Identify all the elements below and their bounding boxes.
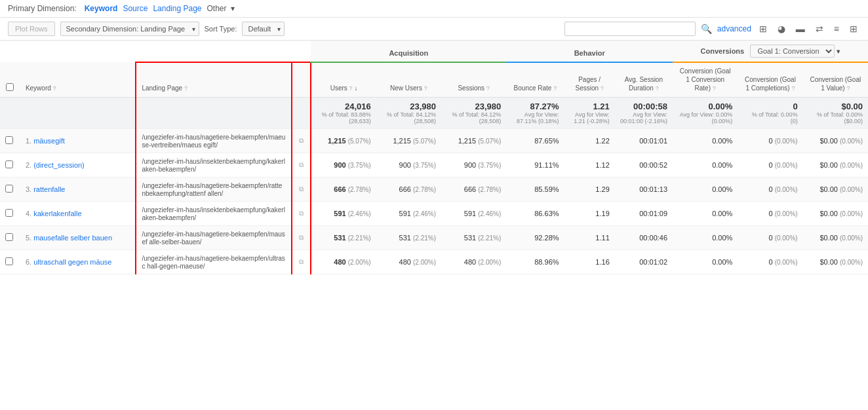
keyword-link-5[interactable]: ultraschall gegen mäuse	[33, 258, 111, 266]
copy-icon-1[interactable]: ⧉	[299, 161, 304, 168]
grid-view-button[interactable]: ⊞	[757, 22, 770, 35]
keyword-link-3[interactable]: kakerlakenfalle	[33, 210, 81, 217]
totals-bounce-rate-cell: 87.27% Avg for View: 87.11% (0.18%)	[506, 97, 564, 128]
search-input[interactable]	[564, 22, 696, 36]
row-landing-cell-2: /ungeziefer-im-haus/nagetiere-bekaempfen…	[136, 177, 291, 201]
table-row: 2. (direct_session) /ungeziefer-im-haus/…	[0, 153, 868, 177]
row-checkbox-5[interactable]	[5, 257, 13, 265]
totals-conversion-value-cell: $0.00 % of Total: 0.00% ($0.00)	[803, 97, 868, 128]
row-landing-icon-cell-2: ⧉	[292, 177, 311, 201]
keyword-link-4[interactable]: mausefalle selber bauen	[33, 234, 112, 242]
row-new-users-cell-1: 900 (3.75%)	[376, 153, 441, 177]
copy-icon-3[interactable]: ⧉	[299, 210, 304, 217]
nav-other-dropdown[interactable]: Other ▾	[207, 4, 237, 13]
landing-page-text-4: /ungeziefer-im-haus/nagetiere-bekaempfen…	[142, 231, 285, 246]
row-landing-icon-cell-3: ⧉	[292, 201, 311, 225]
row-sessions-cell-3: 591 (2.46%)	[441, 201, 506, 225]
new-users-header: New Users ?	[376, 62, 441, 97]
bar-chart-button[interactable]: ▬	[793, 22, 808, 35]
keyword-link-2[interactable]: rattenfalle	[33, 185, 65, 193]
keyword-link-0[interactable]: mäusegift	[33, 137, 65, 145]
copy-icon-2[interactable]: ⧉	[299, 185, 304, 193]
secondary-dimension-select[interactable]: Secondary Dimension: Landing Page	[60, 22, 199, 36]
goal-select[interactable]: Goal 1: Conversion	[750, 45, 835, 58]
totals-row: 24,016 % of Total: 83.88% (28,633) 23,98…	[0, 97, 868, 128]
bounce-rate-help-icon[interactable]: ?	[553, 85, 557, 92]
table-row: 3. rattenfalle /ungeziefer-im-haus/naget…	[0, 177, 868, 201]
users-help-icon[interactable]: ?	[349, 85, 353, 92]
pivot-button[interactable]: ⊞	[847, 22, 860, 35]
comparison-button[interactable]: ⇄	[813, 22, 826, 35]
nav-other-label: Other	[207, 4, 227, 13]
row-new-users-cell-3: 591 (2.46%)	[376, 201, 441, 225]
sort-type-select[interactable]: Default	[242, 22, 285, 36]
row-checkbox-0[interactable]	[5, 136, 13, 144]
new-users-help-icon[interactable]: ?	[424, 85, 427, 92]
table-row: 4. kakerlakenfalle /ungeziefer-im-haus/i…	[0, 201, 868, 225]
row-conversion-rate-cell-2: 0.00%	[673, 177, 738, 201]
search-button[interactable]: 🔍	[701, 24, 712, 34]
copy-icon-4[interactable]: ⧉	[299, 234, 304, 241]
row-checkbox-cell-3	[0, 201, 20, 225]
data-table: Acquisition Behavior Conversions Goal 1:…	[0, 41, 868, 274]
row-checkbox-2[interactable]	[5, 185, 13, 193]
sort-type-wrapper[interactable]: Default	[242, 22, 285, 36]
conversion-completions-help-icon[interactable]: ?	[792, 85, 795, 92]
row-conversion-completions-cell-1: 0 (0.00%)	[738, 153, 802, 177]
pages-session-help-icon[interactable]: ?	[601, 85, 604, 92]
sort-type-label: Sort Type:	[205, 25, 237, 33]
conversion-completions-header: Conversion (Goal 1 Completions) ?	[738, 62, 802, 97]
totals-new-users-cell: 23,980 % of Total: 84.12% (28,508)	[376, 97, 441, 128]
nav-source[interactable]: Source	[123, 4, 148, 13]
landing-page-text-3: /ungeziefer-im-haus/insektenbekaempfung/…	[142, 206, 285, 221]
totals-conversion-completions-cell: 0 % of Total: 0.00% (0)	[738, 97, 802, 128]
row-checkbox-cell-5	[0, 250, 20, 274]
nav-landing-page[interactable]: Landing Page	[153, 4, 201, 13]
pie-chart-button[interactable]: ◕	[775, 22, 788, 35]
row-pages-session-cell-5: 1.16	[564, 250, 615, 274]
conversion-rate-help-icon[interactable]: ?	[713, 85, 716, 92]
row-conversion-completions-cell-3: 0 (0.00%)	[738, 201, 802, 225]
row-checkbox-1[interactable]	[5, 160, 13, 168]
conversions-group-header: Conversions Goal 1: Conversion ▾	[673, 41, 868, 62]
row-checkbox-cell-2	[0, 177, 20, 201]
users-sort-arrow[interactable]: ↓	[354, 84, 357, 92]
keyword-help-icon[interactable]: ?	[53, 85, 56, 92]
select-all-checkbox[interactable]	[6, 83, 14, 91]
landing-page-help-icon[interactable]: ?	[184, 85, 187, 92]
data-table-container: Acquisition Behavior Conversions Goal 1:…	[0, 41, 868, 274]
table-row: 6. ultraschall gegen mäuse /ungeziefer-i…	[0, 250, 868, 274]
landing-page-icon-header	[292, 62, 311, 97]
row-checkbox-cell-1	[0, 153, 20, 177]
copy-icon-5[interactable]: ⧉	[299, 258, 304, 265]
keyword-header: Keyword ?	[20, 62, 136, 97]
term-cloud-button[interactable]: ≡	[831, 22, 842, 35]
row-conversion-rate-cell-4: 0.00%	[673, 225, 738, 250]
totals-pages-session-cell: 1.21 Avg for View: 1.21 (-0.28%)	[564, 97, 615, 128]
row-conversion-rate-cell-1: 0.00%	[673, 153, 738, 177]
totals-sessions-cell: 23,980 % of Total: 84.12% (28,508)	[441, 97, 506, 128]
conversion-value-help-icon[interactable]: ?	[846, 85, 850, 92]
landing-page-text-0: /ungeziefer-im-haus/nagetiere-bekaempfen…	[142, 134, 285, 149]
nav-keyword[interactable]: Keyword	[85, 4, 118, 13]
avg-session-duration-help-icon[interactable]: ?	[656, 85, 659, 92]
conversion-value-header: Conversion (Goal 1 Value) ?	[803, 62, 868, 97]
toolbar: Plot Rows Secondary Dimension: Landing P…	[0, 18, 868, 41]
row-bounce-rate-cell-2: 85.59%	[506, 177, 564, 201]
row-bounce-rate-cell-4: 92.28%	[506, 225, 564, 250]
landing-page-header: Landing Page ?	[136, 62, 291, 97]
sessions-help-icon[interactable]: ?	[486, 85, 490, 92]
primary-dimension-label: Primary Dimension:	[8, 4, 77, 13]
column-header-row: Keyword ? Landing Page ? Users ? ↓ New U…	[0, 62, 868, 97]
keyword-link-1[interactable]: (direct_session)	[33, 161, 85, 169]
advanced-link[interactable]: advanced	[717, 24, 751, 33]
copy-icon-0[interactable]: ⧉	[299, 137, 304, 144]
row-checkbox-4[interactable]	[5, 233, 13, 241]
toolbar-right: 🔍 advanced ⊞ ◕ ▬ ⇄ ≡ ⊞	[564, 22, 860, 36]
row-landing-icon-cell-1: ⧉	[292, 153, 311, 177]
totals-landing-cell	[136, 97, 291, 128]
table-row: 1. mäusegift /ungeziefer-im-haus/nagetie…	[0, 128, 868, 153]
row-bounce-rate-cell-0: 87.65%	[506, 128, 564, 153]
row-checkbox-3[interactable]	[5, 209, 13, 217]
secondary-dimension-wrapper[interactable]: Secondary Dimension: Landing Page	[60, 22, 199, 36]
